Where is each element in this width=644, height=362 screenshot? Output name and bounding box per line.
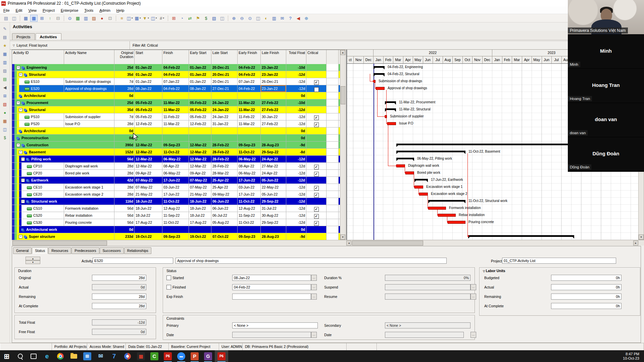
participant-tile[interactable]: Dũng ĐoànDũng Đoàn xyxy=(568,137,644,171)
details-tab-successors[interactable]: Successors xyxy=(100,247,124,254)
sidebar-projects-icon[interactable]: ▦ xyxy=(1,50,9,57)
critical-checkbox[interactable]: ✓ xyxy=(314,186,319,191)
gantt-task-bar[interactable] xyxy=(438,214,456,217)
sidebar-favorites-icon[interactable]: ★ xyxy=(1,42,9,49)
critical-checkbox[interactable]: ✓ xyxy=(314,115,319,120)
tab-activities[interactable]: Activities xyxy=(36,33,61,40)
gantt-hscroll-thumb[interactable] xyxy=(352,241,423,246)
date-field[interactable]: 08-Jan-22 xyxy=(232,275,311,281)
p6-app-icon[interactable]: P6 xyxy=(161,350,175,362)
p6-app-active-icon[interactable]: P6 xyxy=(215,350,228,362)
table-row[interactable]: −Basement152d12-Mar-2211-Oct-2212-Mar-22… xyxy=(12,149,340,156)
table-row[interactable]: −Structural35d01-Jan-2204-Feb-2201-Jan-2… xyxy=(12,71,340,78)
assignments-window-icon[interactable]: ↑ xyxy=(46,15,54,22)
spin-up-icon[interactable]: ▲ xyxy=(26,257,40,260)
gantt-summary-bar[interactable] xyxy=(428,200,465,202)
filter-label[interactable]: Filter All: Critical xyxy=(130,43,158,47)
constraint-date-field[interactable] xyxy=(232,332,311,338)
field-value[interactable]: 0h xyxy=(551,303,622,309)
table-row[interactable]: PS10Submission of supplier7d05-Feb-2211-… xyxy=(12,113,340,120)
gantt-task-bar[interactable] xyxy=(448,221,465,224)
print-icon[interactable]: ▤ xyxy=(2,15,10,22)
zoom-out-icon[interactable]: ⊖ xyxy=(238,15,246,22)
mail-icon[interactable]: ✉ xyxy=(94,350,107,362)
store-icon[interactable]: ⊞ xyxy=(81,350,94,362)
critical-checkbox[interactable]: ✓ xyxy=(314,221,319,226)
browse-button[interactable]: … xyxy=(311,332,317,338)
powerpoint-icon[interactable]: P xyxy=(188,350,201,362)
file-explorer-icon[interactable] xyxy=(67,350,81,362)
field-value[interactable]: 28d xyxy=(92,275,146,281)
field-value[interactable]: 0h xyxy=(551,275,622,281)
table-row[interactable]: CE10Excavation work stage 128d07-May-220… xyxy=(12,184,340,191)
activity-id-field[interactable]: ES20 xyxy=(93,258,173,264)
table-row[interactable]: CS30Pouring concrete56d17-Aug-2211-Oct-2… xyxy=(12,219,340,226)
activities-window-icon[interactable]: ▦ xyxy=(30,15,38,22)
browse-button[interactable]: … xyxy=(311,294,317,300)
line-numbers-icon[interactable]: #▼ xyxy=(158,15,166,22)
spotlight-icon[interactable]: ◐ xyxy=(262,15,270,22)
table-row[interactable]: −Procurement25d05-Feb-2211-Mar-2205-Feb-… xyxy=(12,99,340,106)
comments-icon[interactable]: ✉ xyxy=(279,15,286,22)
browse-button[interactable]: … xyxy=(470,332,476,338)
scroll-down-icon[interactable]: ▼ xyxy=(639,235,644,240)
sidebar-roles-icon[interactable]: ▧ xyxy=(1,101,9,108)
table-row[interactable]: −Earthwork42d07-May-2217-Jun-2207-May-22… xyxy=(12,177,340,184)
participant-tile[interactable]: MinhMinh xyxy=(568,35,644,68)
collapse-icon[interactable]: − xyxy=(19,108,22,112)
table-row[interactable]: −Engineering25d01-Jan-2204-Feb-2201-Jan-… xyxy=(12,64,340,71)
gantt-summary-bar[interactable] xyxy=(374,66,385,68)
table-row[interactable]: Preconstruction0d0d xyxy=(12,135,340,142)
obs-window-icon[interactable]: ⊟ xyxy=(54,15,62,22)
start-icon[interactable]: ⊞ xyxy=(0,350,13,362)
bars-icon[interactable]: ≡ xyxy=(118,15,126,22)
sidebar-resources-icon[interactable]: ▤ xyxy=(1,75,9,83)
table-row[interactable]: −Pilling work56d12-Mar-2206-May-2212-Mar… xyxy=(12,156,340,163)
critical-checkbox[interactable]: ✓ xyxy=(314,87,319,92)
constraints-icon[interactable]: ⚑ xyxy=(194,15,202,22)
sidebar-activities-icon[interactable]: ▨ xyxy=(1,67,9,74)
status-checkbox[interactable] xyxy=(166,275,171,280)
collapse-icon[interactable]: − xyxy=(21,178,25,182)
sidebar-edit-doc-icon[interactable]: ✎ xyxy=(1,25,9,32)
taskbar-clock[interactable]: 8:47 PM10-Oct-23 xyxy=(623,352,639,361)
project-field[interactable]: 01_CTP-Activity List xyxy=(502,258,616,264)
collapse-icon[interactable]: − xyxy=(21,157,25,161)
gantt-summary-bar[interactable] xyxy=(374,73,385,75)
collapse-icon[interactable]: − xyxy=(21,200,25,203)
zoom-icon[interactable]: ▬ xyxy=(175,350,188,362)
details-tab-predecessors[interactable]: Predecessors xyxy=(71,247,99,254)
field-value[interactable] xyxy=(385,294,470,300)
critical-checkbox[interactable]: ✓ xyxy=(314,207,319,212)
browse-button[interactable]: … xyxy=(311,284,317,290)
print-preview-icon[interactable]: ◫ xyxy=(10,15,18,22)
activity-spinner[interactable]: ▲ ▼ xyxy=(26,257,40,265)
level-resources-icon[interactable]: ⇄ xyxy=(186,15,194,22)
menu-item-help[interactable]: Help xyxy=(116,8,125,12)
tab-projects[interactable]: Projects xyxy=(12,33,35,40)
sidebar-reports-icon[interactable]: ● xyxy=(1,109,9,116)
table-row[interactable]: −Structural35d05-Feb-2211-Mar-2205-Feb-2… xyxy=(12,106,340,113)
scroll-down-icon[interactable]: ▼ xyxy=(340,235,345,240)
pdf-app-icon[interactable]: G xyxy=(201,350,215,362)
field-value[interactable]: 28d xyxy=(92,294,146,300)
table-row[interactable]: CP20Bored pile work28d09-Apr-2206-May-22… xyxy=(12,170,340,177)
table-row[interactable]: CE20Excavation work stage 228d21-May-221… xyxy=(12,191,340,198)
web-icon[interactable]: ⊕ xyxy=(303,15,310,22)
participant-tile[interactable]: doan vandoan van xyxy=(568,103,644,137)
layout-selector[interactable]: ▽ Layout: Float layout xyxy=(10,41,130,49)
edge-icon[interactable]: e xyxy=(40,350,54,362)
date-field[interactable] xyxy=(232,294,311,300)
copy-icon[interactable]: ⊡ xyxy=(106,15,114,22)
details-tab-general[interactable]: General xyxy=(13,247,32,254)
browse-button[interactable]: … xyxy=(470,284,476,290)
table-row[interactable]: −Structural work116d18-Jun-2211-Oct-2218… xyxy=(12,198,340,205)
spin-down-icon[interactable]: ▼ xyxy=(26,260,40,264)
primary-constraint-select[interactable]: < None > xyxy=(232,322,318,328)
gantt-task-bar[interactable] xyxy=(428,207,446,210)
field-value[interactable]: 0% xyxy=(385,275,470,281)
zoom-fit-icon[interactable]: ⊙ xyxy=(246,15,254,22)
collapse-icon[interactable]: − xyxy=(19,150,22,154)
participant-tile[interactable]: Hoang TranHoang Tran xyxy=(568,69,644,103)
menu-item-admin[interactable]: Admin xyxy=(99,8,110,12)
